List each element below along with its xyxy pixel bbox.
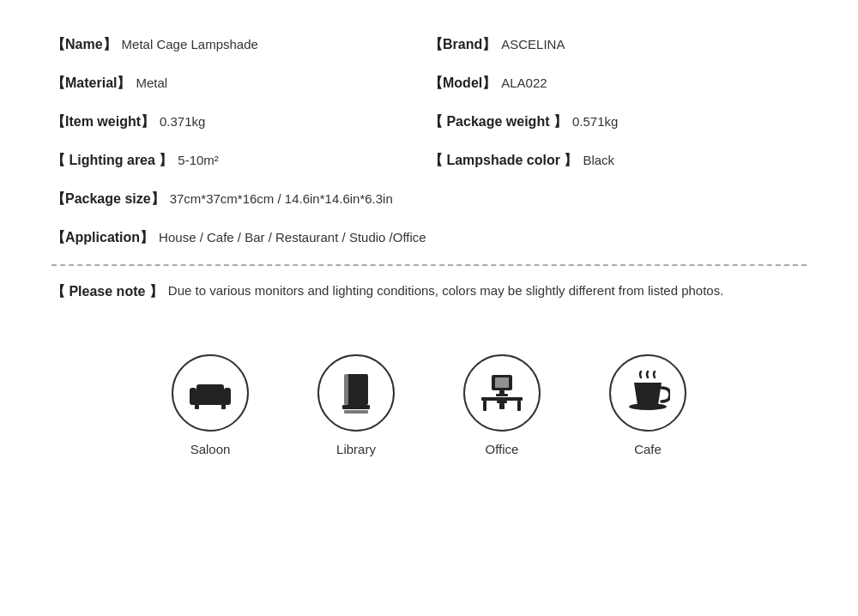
- cafe-icon-circle: [609, 354, 686, 432]
- package-weight-spec: 【 Package weight 】 0.571kg: [429, 103, 807, 142]
- application-icons: Saloon Library: [51, 346, 807, 456]
- application-value: House / Cafe / Bar / Restaurant / Studio…: [159, 230, 426, 245]
- lighting-area-spec: 【 Lighting area 】 5-10m²: [51, 142, 429, 180]
- item-weight-label: 【Item weight】: [51, 113, 154, 131]
- svg-rect-18: [499, 403, 505, 409]
- name-value: Metal Cage Lampshade: [122, 37, 258, 51]
- model-spec: 【Model】 ALA022: [429, 64, 807, 103]
- office-icon-item: Office: [463, 354, 541, 456]
- note-label: 【 Please note 】: [51, 283, 163, 301]
- svg-rect-11: [495, 377, 509, 388]
- svg-rect-2: [224, 388, 231, 405]
- library-icon-item: Library: [317, 354, 395, 456]
- lampshade-color-value: Black: [583, 153, 614, 167]
- office-icon: [478, 371, 526, 414]
- application-label: 【Application】: [51, 229, 154, 247]
- material-spec: 【Material】 Metal: [51, 64, 429, 103]
- svg-rect-7: [344, 374, 348, 405]
- item-weight-value: 0.371kg: [160, 114, 205, 129]
- saloon-icon: [188, 374, 233, 412]
- model-label: 【Model】: [429, 75, 496, 93]
- library-icon: [337, 371, 375, 415]
- material-label: 【Material】: [51, 75, 130, 93]
- package-size-value: 37cm*37cm*16cm / 14.6in*14.6in*6.3in: [170, 191, 393, 206]
- cafe-icon: [625, 371, 670, 415]
- office-icon-circle: [463, 354, 541, 432]
- svg-point-19: [629, 403, 667, 410]
- svg-rect-3: [196, 384, 224, 393]
- saloon-label: Saloon: [190, 442, 231, 456]
- svg-rect-13: [496, 394, 508, 396]
- svg-rect-17: [497, 401, 507, 403]
- cafe-icon-item: Cafe: [609, 354, 686, 456]
- svg-rect-16: [517, 401, 521, 411]
- lighting-area-label: 【 Lighting area 】: [51, 152, 172, 170]
- item-weight-spec: 【Item weight】 0.371kg: [51, 103, 429, 142]
- name-label: 【Name】: [51, 36, 117, 54]
- svg-rect-14: [481, 397, 523, 401]
- office-label: Office: [486, 442, 519, 456]
- package-weight-label: 【 Package weight 】: [429, 113, 567, 131]
- model-value: ALA022: [501, 75, 547, 90]
- application-spec: 【Application】 House / Cafe / Bar / Resta…: [51, 219, 807, 257]
- brand-value: ASCELINA: [501, 37, 565, 51]
- lampshade-color-label: 【 Lampshade color 】: [429, 152, 577, 170]
- svg-rect-5: [221, 404, 226, 409]
- note-value: Due to various monitors and lighting con…: [168, 283, 807, 298]
- brand-spec: 【Brand】 ASCELINA: [429, 26, 807, 64]
- name-spec: 【Name】 Metal Cage Lampshade: [51, 26, 429, 64]
- lighting-area-value: 5-10m²: [178, 153, 219, 167]
- saloon-icon-circle: [172, 354, 249, 432]
- library-icon-circle: [317, 354, 395, 432]
- cafe-label: Cafe: [634, 442, 662, 456]
- package-size-label: 【Package size】: [51, 190, 165, 208]
- divider: [51, 264, 807, 266]
- svg-rect-4: [195, 404, 199, 409]
- svg-rect-15: [483, 401, 486, 411]
- brand-label: 【Brand】: [429, 36, 496, 54]
- package-weight-value: 0.571kg: [572, 114, 618, 129]
- svg-rect-9: [344, 410, 368, 414]
- saloon-icon-item: Saloon: [172, 354, 249, 456]
- svg-rect-1: [190, 388, 196, 405]
- svg-rect-8: [342, 405, 370, 409]
- library-label: Library: [336, 442, 376, 456]
- material-value: Metal: [136, 75, 167, 90]
- lampshade-color-spec: 【 Lampshade color 】 Black: [429, 142, 807, 180]
- note-spec: 【 Please note 】 Due to various monitors …: [51, 273, 807, 311]
- package-size-spec: 【Package size】 37cm*37cm*16cm / 14.6in*1…: [51, 180, 807, 219]
- svg-rect-0: [193, 391, 227, 405]
